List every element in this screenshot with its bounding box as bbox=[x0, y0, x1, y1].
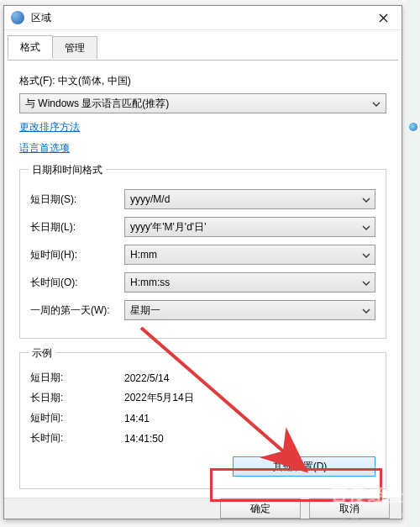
close-icon bbox=[379, 13, 388, 23]
label-short-date: 短日期(S): bbox=[30, 192, 124, 207]
ex-value-short-date: 2022/5/14 bbox=[124, 372, 375, 384]
window-title: 区域 bbox=[31, 11, 365, 25]
dialog-buttons: 确定 取消 bbox=[4, 498, 402, 519]
ex-label-short-time: 短时间: bbox=[30, 411, 124, 425]
label-first-day: 一周的第一天(W): bbox=[30, 303, 124, 318]
ex-label-short-date: 短日期: bbox=[30, 371, 124, 385]
select-short-time[interactable]: H:mm bbox=[124, 245, 375, 265]
label-long-time: 长时间(O): bbox=[30, 276, 124, 290]
label-short-time: 短时间(H): bbox=[30, 248, 124, 262]
links: 更改排序方法 语言首选项 bbox=[19, 120, 386, 155]
tab-admin[interactable]: 管理 bbox=[52, 36, 97, 59]
select-long-date[interactable]: yyyy'年'M'月'd'日' bbox=[124, 217, 375, 237]
format-select[interactable]: 与 Windows 显示语言匹配(推荐) bbox=[19, 93, 386, 113]
label-long-date: 长日期(L): bbox=[30, 220, 124, 235]
ok-button[interactable]: 确定 bbox=[220, 498, 301, 519]
select-short-date-value: yyyy/M/d bbox=[130, 193, 170, 205]
select-short-time-value: H:mm bbox=[130, 249, 157, 261]
select-first-day-value: 星期一 bbox=[130, 303, 160, 318]
background-app-icon bbox=[409, 123, 417, 131]
tab-format[interactable]: 格式 bbox=[8, 35, 53, 59]
ex-label-long-date: 长日期: bbox=[30, 391, 124, 405]
cancel-button[interactable]: 取消 bbox=[309, 498, 390, 519]
ex-value-long-time: 14:41:50 bbox=[124, 433, 375, 445]
select-short-date[interactable]: yyyy/M/d bbox=[124, 189, 375, 209]
select-long-time-value: H:mm:ss bbox=[130, 277, 170, 288]
group-examples-legend: 示例 bbox=[29, 346, 55, 361]
link-lang-prefs[interactable]: 语言首选项 bbox=[19, 141, 70, 155]
ex-label-long-time: 长时间: bbox=[30, 431, 124, 445]
link-change-sort[interactable]: 更改排序方法 bbox=[19, 120, 80, 134]
globe-icon bbox=[11, 11, 24, 24]
ex-value-long-date: 2022年5月14日 bbox=[124, 391, 375, 405]
format-select-value: 与 Windows 显示语言匹配(推荐) bbox=[25, 97, 169, 111]
chevron-down-icon bbox=[362, 278, 370, 290]
chevron-down-icon bbox=[362, 250, 370, 262]
chevron-down-icon bbox=[362, 223, 370, 235]
select-first-day[interactable]: 星期一 bbox=[124, 300, 375, 320]
group-datetime-formats: 日期和时间格式 短日期(S): yyyy/M/d 长日期(L): yyyy'年'… bbox=[19, 169, 386, 339]
more-settings-button[interactable]: 其他设置(D)... bbox=[233, 456, 375, 477]
select-long-date-value: yyyy'年'M'月'd'日' bbox=[130, 220, 206, 235]
chevron-down-icon bbox=[362, 195, 370, 207]
group-datetime-legend: 日期和时间格式 bbox=[29, 163, 106, 177]
titlebar: 区域 bbox=[4, 6, 402, 30]
chevron-down-icon bbox=[372, 99, 381, 111]
tab-page-format: 格式(F): 中文(简体, 中国) 与 Windows 显示语言匹配(推荐) 更… bbox=[4, 59, 402, 498]
format-label: 格式(F): 中文(简体, 中国) bbox=[19, 74, 386, 88]
ex-value-short-time: 14:41 bbox=[124, 413, 375, 424]
group-examples: 示例 短日期: 2022/5/14 长日期: 2022年5月14日 短时间: 1… bbox=[19, 352, 386, 489]
tab-divider bbox=[8, 60, 398, 61]
select-long-time[interactable]: H:mm:ss bbox=[124, 272, 375, 292]
tab-strip: 格式 管理 bbox=[4, 35, 402, 59]
chevron-down-icon bbox=[362, 306, 370, 318]
region-dialog: 区域 格式 管理 格式(F): 中文(简体, 中国) 与 Windows 显示语… bbox=[3, 5, 402, 519]
close-button[interactable] bbox=[365, 6, 402, 29]
